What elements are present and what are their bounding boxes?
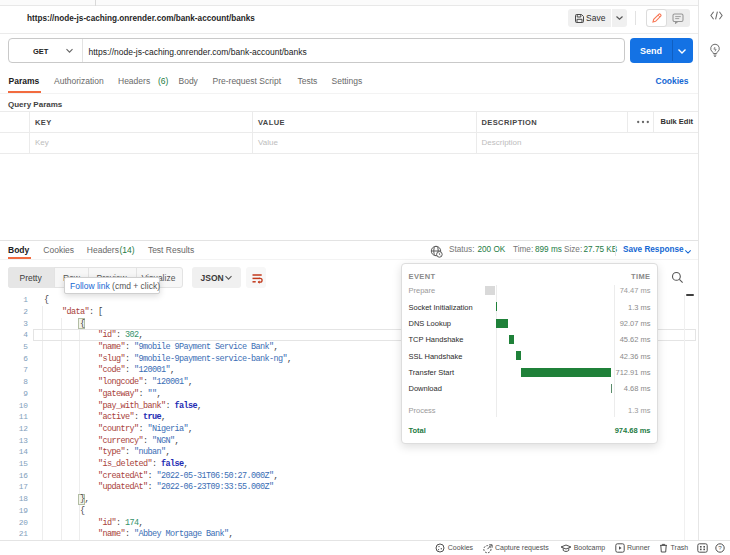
svg-text:?: ? [718, 544, 722, 551]
